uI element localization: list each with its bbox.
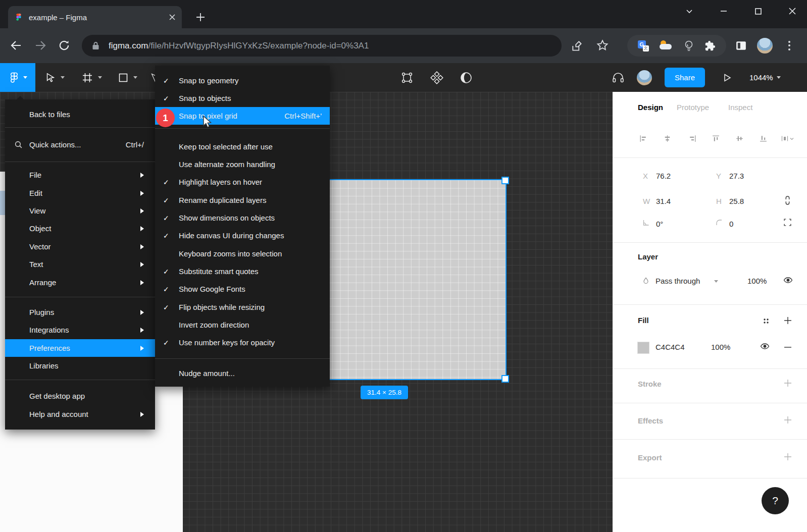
align-top-icon[interactable] — [712, 134, 720, 143]
use-as-mask-button[interactable] — [460, 63, 473, 92]
align-left-icon[interactable] — [639, 134, 647, 143]
align-right-icon[interactable] — [688, 134, 697, 143]
menu-item-hide-canvas-ui[interactable]: ✓ Hide canvas UI during changes — [155, 227, 330, 244]
side-panel-icon[interactable] — [735, 39, 747, 52]
menu-item-rename-duplicated[interactable]: ✓ Rename duplicated layers — [155, 191, 330, 209]
menu-item-keep-tool-selected[interactable]: Keep tool selected after use — [155, 138, 330, 155]
chevron-down-icon[interactable] — [61, 76, 65, 79]
add-export-icon[interactable] — [783, 452, 792, 461]
window-close-button[interactable] — [781, 0, 804, 22]
bookmark-star-icon[interactable] — [596, 39, 609, 52]
menu-item-smart-quotes[interactable]: ✓ Substitute smart quotes — [155, 262, 330, 280]
menu-item-nudge-amount[interactable]: Nudge amount... — [155, 364, 330, 382]
edit-object-button[interactable] — [401, 63, 413, 92]
corner-radius-input[interactable]: 0 — [729, 220, 733, 228]
blend-mode-select[interactable]: Pass through — [655, 277, 700, 285]
menu-item-invert-zoom[interactable]: Invert zoom direction — [155, 316, 330, 334]
x-input[interactable]: 76.2 — [656, 172, 671, 180]
fill-opacity-input[interactable]: 100% — [711, 343, 730, 351]
zoom-menu[interactable]: 1044% — [749, 63, 781, 92]
browser-tab[interactable]: example – Figma — [8, 6, 182, 28]
menu-item-arrange[interactable]: Arrange — [5, 274, 155, 291]
menu-item-preferences[interactable]: Preferences — [5, 339, 155, 357]
layer-visibility-eye-icon[interactable] — [783, 276, 793, 284]
menu-item-help-and-account[interactable]: Help and account — [5, 405, 155, 423]
menu-item-number-keys-opacity[interactable]: ✓ Use number keys for opacity — [155, 334, 330, 351]
menu-item-vector[interactable]: Vector — [5, 238, 155, 255]
frame-tool-button[interactable] — [82, 63, 102, 92]
constrain-proportions-icon[interactable] — [783, 195, 792, 206]
add-effect-icon[interactable] — [783, 415, 792, 424]
tab-prototype[interactable]: Prototype — [677, 103, 709, 112]
rotation-input[interactable]: 0° — [656, 220, 663, 228]
weather-extension-icon[interactable] — [660, 40, 673, 51]
window-maximize-button[interactable] — [746, 0, 770, 22]
share-page-icon[interactable] — [571, 39, 584, 52]
share-button[interactable]: Share — [665, 68, 705, 87]
height-input[interactable]: 25.8 — [729, 197, 744, 205]
new-tab-button[interactable] — [195, 12, 206, 23]
independent-corners-icon[interactable] — [783, 218, 792, 227]
add-stroke-icon[interactable] — [783, 379, 792, 388]
chevron-down-icon[interactable] — [98, 76, 102, 79]
menu-item-show-dimensions[interactable]: ✓ Show dimensions on objects — [155, 209, 330, 227]
align-horizontal-centers-icon[interactable] — [663, 134, 672, 143]
extensions-puzzle-icon[interactable] — [704, 40, 716, 51]
menu-item-snap-to-objects[interactable]: ✓ Snap to objects — [155, 89, 330, 107]
menu-item-google-fonts[interactable]: ✓ Show Google Fonts — [155, 280, 330, 298]
menu-item-edit[interactable]: Edit — [5, 184, 155, 202]
y-input[interactable]: 27.3 — [729, 172, 744, 180]
move-tool-button[interactable] — [44, 63, 65, 92]
width-input[interactable]: 31.4 — [656, 197, 671, 205]
menu-item-plugins[interactable]: Plugins — [5, 303, 155, 321]
back-button[interactable] — [9, 38, 23, 52]
fill-hex-input[interactable]: C4C4C4 — [655, 343, 685, 351]
menu-item-integrations[interactable]: Integrations — [5, 321, 155, 339]
menu-item-libraries[interactable]: Libraries — [5, 357, 155, 375]
add-fill-icon[interactable] — [783, 316, 792, 325]
menu-item-snap-to-pixel-grid[interactable]: Snap to pixel grid Ctrl+Shift+' — [155, 107, 330, 125]
tab-design[interactable]: Design — [638, 103, 663, 112]
menu-item-get-desktop-app[interactable]: Get desktop app — [5, 387, 155, 405]
collaborator-avatar[interactable] — [637, 70, 652, 85]
align-vertical-centers-icon[interactable] — [735, 134, 744, 143]
window-minimize-button[interactable] — [712, 0, 735, 22]
menu-item-snap-to-geometry[interactable]: ✓ Snap to geometry — [155, 72, 330, 89]
menu-item-text[interactable]: Text — [5, 255, 155, 273]
menu-item-view[interactable]: View — [5, 202, 155, 220]
menu-item-back-to-files[interactable]: Back to files — [5, 103, 155, 125]
lightbulb-extension-icon[interactable] — [684, 40, 694, 52]
menu-item-flip-objects[interactable]: ✓ Flip objects while resizing — [155, 298, 330, 316]
menu-item-keyboard-zooms[interactable]: Keyboard zooms into selection — [155, 245, 330, 262]
window-chevron-down-icon[interactable] — [678, 0, 701, 22]
browser-profile-avatar[interactable] — [757, 38, 773, 54]
layer-opacity-input[interactable]: 100% — [747, 277, 767, 285]
address-bar[interactable]: figma.com/file/hHzvfWtgypRIysHlGYxKzS/ex… — [82, 35, 562, 57]
menu-item-alternate-zoom[interactable]: Use alternate zoom handling — [155, 155, 330, 173]
multiplayer-audio-button[interactable] — [612, 63, 625, 92]
menu-item-highlight-layers[interactable]: ✓ Highlight layers on hover — [155, 173, 330, 191]
help-button[interactable]: ? — [762, 487, 789, 514]
translate-extension-icon[interactable]: G 文 — [638, 40, 649, 51]
remove-fill-icon[interactable] — [783, 343, 792, 352]
menu-item-object[interactable]: Object — [5, 220, 155, 237]
fill-styles-icon[interactable] — [762, 317, 770, 325]
present-button[interactable] — [722, 63, 732, 92]
reload-button[interactable] — [58, 39, 71, 52]
browser-menu-icon[interactable] — [785, 38, 794, 53]
menu-item-file[interactable]: File — [5, 166, 155, 184]
forward-button[interactable] — [33, 38, 47, 52]
distribute-menu-icon[interactable] — [781, 134, 794, 143]
menu-item-quick-actions[interactable]: Quick actions... Ctrl+/ — [5, 133, 155, 155]
selection-handle-bottom-right[interactable] — [501, 375, 509, 383]
fill-color-swatch[interactable] — [637, 342, 649, 354]
align-bottom-icon[interactable] — [759, 134, 768, 143]
selection-handle-top-right[interactable] — [501, 177, 509, 184]
figma-main-menu-button[interactable] — [0, 63, 35, 92]
create-component-button[interactable] — [430, 63, 443, 92]
tab-inspect[interactable]: Inspect — [728, 103, 752, 112]
tab-close-icon[interactable] — [169, 14, 176, 21]
fill-visibility-eye-icon[interactable] — [760, 342, 770, 350]
lock-icon[interactable] — [92, 41, 99, 50]
shape-tool-button[interactable] — [118, 63, 137, 92]
